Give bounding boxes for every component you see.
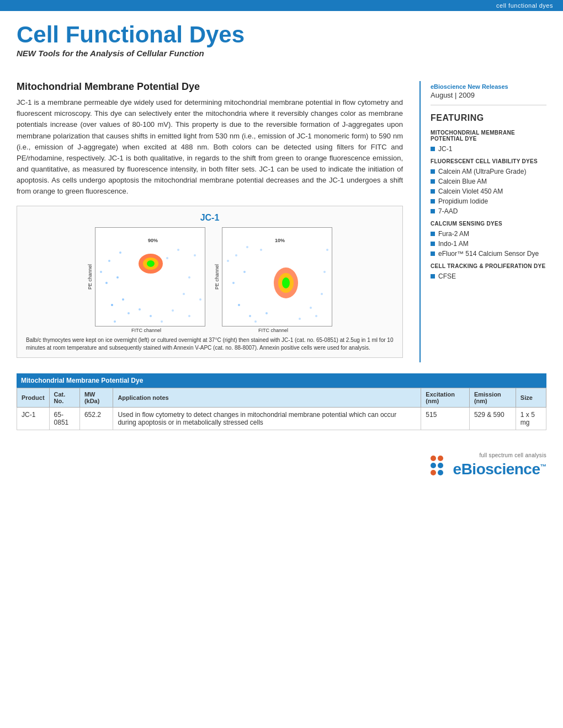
table-header-row: ProductCat. No.MW (kDa)Application notes… [17, 388, 546, 408]
table-header-cell: Excitation (nm) [421, 388, 470, 408]
svg-point-12 [108, 260, 110, 262]
svg-point-37 [260, 249, 262, 251]
table-section-header: Mitochondrial Membrane Potential Dye [17, 373, 546, 388]
table-header-cell: Size [516, 388, 546, 408]
footer-dot [438, 470, 443, 475]
sidebar-bullet [431, 251, 435, 256]
sidebar-item: Calcein Blue AM [431, 178, 546, 185]
svg-point-21 [100, 271, 102, 273]
svg-point-35 [235, 254, 237, 256]
svg-point-4 [122, 298, 124, 301]
svg-point-29 [243, 271, 246, 273]
table-section: Mitochondrial Membrane Potential Dye Pro… [0, 373, 563, 441]
sidebar-item-label: Calcein AM (UltraPure Grade) [438, 168, 526, 175]
table-cell: 652.2 [79, 408, 113, 430]
svg-point-27 [249, 315, 251, 317]
top-banner: cell functional dyes [0, 0, 563, 11]
svg-point-8 [139, 308, 141, 311]
svg-point-19 [161, 320, 163, 323]
svg-point-20 [194, 254, 196, 256]
footer-dots [431, 456, 443, 475]
sidebar-item: Calcein Violet 450 AM [431, 188, 546, 195]
sidebar-bullet [431, 232, 435, 236]
sidebar-sections: MITOCHONDRIAL MEMBRANE POTENTIAL DYEJC-1… [431, 130, 546, 280]
sidebar-bullet [431, 242, 435, 246]
footer-dot [431, 470, 436, 475]
sidebar-bullet [431, 147, 435, 151]
footer-dot [431, 456, 436, 461]
table-header-cell: MW (kDa) [79, 388, 113, 408]
footer-dot-row-3 [431, 470, 443, 475]
svg-point-16 [188, 315, 190, 317]
sidebar-section-label: CELL TRACKING & PROLIFERATION DYE [431, 263, 546, 269]
sidebar-section-label: CALCIUM SENSING DYES [431, 221, 546, 227]
table-cell: JC-1 [17, 408, 50, 430]
svg-point-17 [114, 320, 116, 323]
left-y-axis-label: PE channel [87, 264, 93, 290]
svg-point-25 [282, 277, 290, 288]
sidebar-item: Indo-1 AM [431, 240, 546, 248]
sidebar-item: Fura-2 AM [431, 230, 546, 238]
sidebar-item-label: eFluor™ 514 Calcium Sensor Dye [438, 250, 539, 258]
svg-point-9 [183, 293, 185, 295]
svg-point-10 [188, 276, 190, 279]
svg-point-38 [323, 271, 326, 273]
footer-dot-row-2 [431, 463, 443, 468]
footer: full spectrum cell analysis eBioscience™ [0, 441, 563, 489]
sidebar-item-label: Fura-2 AM [438, 230, 469, 238]
featuring-title: FEATURING [431, 113, 546, 123]
sidebar-item-label: JC-1 [438, 145, 452, 153]
charts-row: PE channel 90% [26, 227, 394, 333]
sidebar-bullet [431, 199, 435, 204]
left-percent-label: 90% [148, 238, 158, 243]
table-header-cell: Application notes [113, 388, 421, 408]
svg-point-6 [116, 276, 119, 279]
chart-caption: Balb/c thymocytes were kept on ice overn… [26, 336, 394, 352]
sidebar-item: CFSE [431, 272, 546, 280]
svg-point-14 [166, 257, 168, 259]
left-scatter-plot: 90% [95, 227, 205, 326]
svg-point-22 [199, 298, 201, 301]
left-x-axis-label: FITC channel [131, 328, 161, 333]
svg-point-31 [265, 312, 268, 314]
footer-dot [438, 456, 443, 461]
sidebar-bullet [431, 189, 435, 194]
page-subtitle: NEW Tools for the Analysis of Cellular F… [17, 49, 546, 58]
footer-dot [431, 463, 436, 468]
svg-point-18 [150, 315, 152, 317]
table-header-cell: Emission (nm) [469, 388, 516, 408]
sidebar-item-label: CFSE [438, 272, 456, 280]
right-sidebar: eBioscience New Releases August | 2009 F… [419, 81, 546, 362]
right-percent-label: 10% [275, 238, 285, 243]
banner-label: cell functional dyes [496, 2, 553, 9]
footer-dot [438, 463, 443, 468]
body-text: JC-1 is a membrane permeable dye widely … [17, 97, 403, 197]
sidebar-item: Propidium Iodide [431, 197, 546, 205]
chart-title: JC-1 [26, 213, 394, 223]
svg-point-30 [254, 320, 257, 323]
right-y-axis-label: PE channel [214, 264, 220, 290]
svg-point-3 [111, 304, 113, 306]
svg-point-36 [246, 246, 248, 248]
sidebar-bullet [431, 274, 435, 279]
table-body: JC-165-0851652.2Used in flow cytometry t… [17, 408, 546, 430]
sidebar-section-label: MITOCHONDRIAL MEMBRANE POTENTIAL DYE [431, 130, 546, 142]
table-cell: Used in flow cytometry to detect changes… [113, 408, 421, 430]
sidebar-item-label: Calcein Violet 450 AM [438, 188, 503, 195]
sidebar-bullet [431, 169, 435, 174]
table-header-cell: Product [17, 388, 50, 408]
sidebar-item: 7-AAD [431, 207, 546, 215]
svg-point-41 [321, 293, 323, 295]
svg-point-32 [310, 307, 312, 309]
left-column: Mitochondrial Membrane Potential Dye JC-… [17, 81, 419, 362]
footer-tagline: full spectrum cell analysis [480, 452, 546, 458]
right-chart-box: PE channel 10% [214, 227, 332, 333]
svg-point-28 [232, 282, 235, 284]
svg-point-33 [315, 315, 317, 317]
svg-point-2 [147, 260, 155, 267]
sidebar-bullet [431, 179, 435, 184]
footer-brand: eBioscience™ [453, 461, 546, 478]
page-title: Cell Functional Dyes [17, 22, 546, 47]
svg-point-13 [119, 251, 121, 254]
product-table: ProductCat. No.MW (kDa)Application notes… [17, 388, 546, 430]
